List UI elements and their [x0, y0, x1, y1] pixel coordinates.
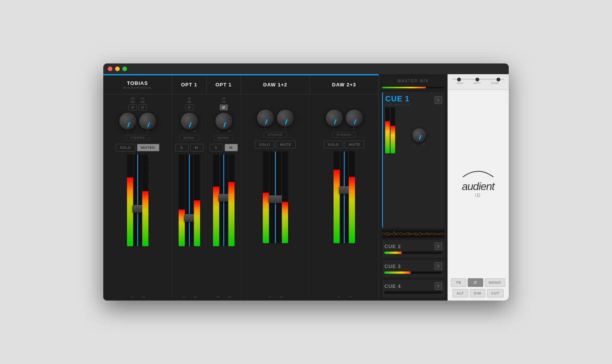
opt1a-s-btn[interactable]: S [175, 144, 189, 151]
cue1-s-btn[interactable]: S [435, 96, 442, 104]
daw12-meter-r-fill [282, 202, 288, 243]
title-bar [103, 63, 509, 74]
daw12-knob-l-wrap: L [257, 110, 274, 130]
daw12-fader[interactable] [270, 151, 281, 243]
opt1a-solo-mute: S M [175, 144, 203, 151]
daw23-strip: L R STEREO SOLO MUTE [310, 94, 379, 301]
tobias-solo-btn[interactable]: SOLO [116, 144, 135, 151]
daw12-bottom-db: -45-88 [243, 296, 308, 298]
opt1a-fader-thumb[interactable] [184, 214, 195, 222]
daw23-solo-btn[interactable]: SOLO [324, 141, 343, 148]
mic-label: MIC [457, 81, 464, 85]
cue2-section: CUE 2 S [382, 240, 444, 258]
cue4-s-btn[interactable]: S [435, 282, 442, 290]
opt1a-gain-row: 10DB Ø [174, 97, 205, 110]
daw23-header: DAW 2+3 [310, 75, 379, 94]
tobias-meter-fader: +60-5101520304050∞ [127, 154, 148, 246]
opt1a-knob-wrap: L R [181, 113, 198, 133]
daw12-solo-mute: SOLO MUTE [255, 141, 296, 148]
daw23-solo-mute: SOLO MUTE [324, 141, 365, 148]
opt1b-strip: 10DB Ø L R MONO [207, 94, 241, 301]
tobias-mute-btn[interactable]: MUTED [137, 144, 160, 151]
mono-btn[interactable]: MONO [485, 278, 505, 287]
monitor-track[interactable] [452, 79, 504, 80]
opt1b-name: OPT 1 [215, 82, 232, 88]
daw12-knob-row: L R [243, 110, 308, 130]
dim-btn[interactable]: DIM [470, 289, 486, 297]
opt1b-solo-mute: S M [210, 144, 238, 151]
cue3-meter [384, 271, 442, 274]
tobias-knob-row: L R [105, 113, 170, 133]
alt-btn[interactable]: ALT [452, 289, 468, 297]
daw12-meter-l [263, 151, 269, 243]
daw23-meter-r-fill [349, 177, 355, 243]
audient-brand: audient iD [459, 167, 497, 198]
opt1a-m-btn[interactable]: M [190, 144, 203, 151]
tobias-knob-r[interactable] [139, 113, 156, 130]
minimize-dot[interactable] [115, 67, 120, 71]
cue3-s-btn[interactable]: S [435, 262, 442, 270]
cue2-meter-fill [384, 252, 402, 254]
opt1b-fader[interactable] [220, 154, 228, 246]
monitor-thumb-daw[interactable] [496, 78, 500, 81]
daw23-fader-thumb[interactable] [339, 186, 350, 194]
opt1b-phase-btn[interactable]: Ø [220, 104, 228, 110]
monitor-thumb-mic[interactable] [457, 78, 461, 81]
tobias-knob-l[interactable] [119, 113, 136, 130]
opt1b-knob[interactable] [215, 113, 232, 130]
opt1a-fader[interactable] [186, 154, 193, 246]
tobias-fader-l-thumb[interactable] [132, 205, 143, 213]
cue2-s-btn[interactable]: S [435, 242, 442, 250]
maximize-dot[interactable] [122, 67, 127, 71]
daw12-fader-thumb[interactable] [269, 195, 282, 203]
daw23-knob-r[interactable] [346, 110, 363, 127]
cue1-subtitle: CUE MASTER [385, 103, 410, 106]
tobias-phase2-btn[interactable]: Ø [138, 104, 147, 110]
phase-btn[interactable]: Ø [468, 278, 483, 287]
tobias-fader-l[interactable]: +60-5101520304050∞ [134, 154, 142, 246]
cut-btn[interactable]: CUT [487, 289, 504, 297]
opt1a-fader-line [189, 154, 190, 246]
daw12-solo-btn[interactable]: SOLO [255, 141, 274, 148]
cue3-section: CUE 3 S [382, 260, 444, 278]
cue4-meter [384, 291, 442, 294]
opt-label: OPT [474, 81, 481, 85]
tobias-phase1-btn[interactable]: Ø [129, 104, 137, 110]
daw23-meter-l-fill [334, 170, 340, 243]
daw12-knob-l[interactable] [257, 110, 274, 127]
daw23-mode: STEREO [332, 132, 356, 138]
opt1b-meter-r-fill [228, 182, 234, 246]
daw12-knob-r[interactable] [277, 110, 294, 127]
opt1b-fader-thumb[interactable] [218, 194, 229, 202]
opt1a-meter-l [179, 154, 185, 246]
opt1b-fader-area [208, 153, 239, 295]
cue1-title-block: CUE 1 CUE MASTER [385, 94, 410, 106]
audient-id-text: iD [459, 193, 497, 198]
daw12-meter-l-fill [263, 193, 269, 243]
tobias-mode: STEREO [126, 135, 149, 141]
tb-btn[interactable]: TB [451, 278, 466, 287]
tobias-strip: 10DB Ø 10DB Ø L [103, 94, 172, 301]
cue1-meters: L R [385, 107, 442, 146]
opt1a-strip: 10DB Ø L R MONO [172, 94, 207, 301]
app-window: TOBIAS MICROPHONE OPT 1 OPT 1 DAW 1+2 DA… [103, 63, 509, 301]
cue1-meter-l [385, 107, 390, 153]
cue1-master-knob[interactable] [412, 128, 426, 142]
daw23-knob-l-wrap: L [326, 110, 343, 130]
monitor-thumb-opt[interactable] [475, 78, 479, 81]
close-dot[interactable] [108, 67, 112, 71]
tobias-gain1-label: 10DB [130, 97, 135, 104]
daw23-meter-l [334, 151, 340, 243]
daw23-fader-line [344, 151, 345, 243]
daw23-knob-l[interactable] [326, 110, 343, 127]
master-panel: MASTER MIX CUE 1 CUE MASTER S [379, 74, 448, 301]
daw12-mute-btn[interactable]: MUTE [276, 141, 296, 148]
opt1b-m-btn[interactable]: M [225, 144, 238, 151]
opt1b-s-btn[interactable]: S [210, 144, 223, 151]
opt1a-knob[interactable] [181, 113, 198, 130]
daw23-fader[interactable] [340, 151, 348, 243]
cue1-title: CUE 1 [385, 94, 410, 103]
daw23-mute-btn[interactable]: MUTE [345, 141, 365, 148]
opt1b-gain-row: 10DB Ø [208, 97, 239, 110]
opt1a-phase-btn[interactable]: Ø [185, 104, 194, 110]
